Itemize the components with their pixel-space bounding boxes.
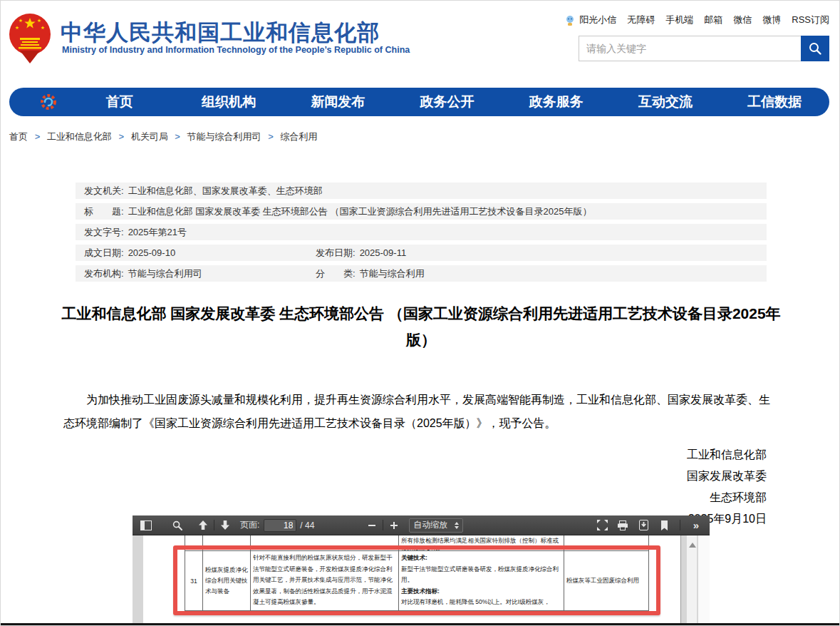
indicator-label: 主要技术指标: (401, 586, 561, 597)
meta-value: 2025-09-10 (128, 245, 176, 261)
printer-icon (617, 520, 628, 530)
bookmark-icon (660, 520, 668, 530)
sidebar-toggle-button[interactable] (138, 518, 154, 533)
zoom-out-button[interactable] (364, 518, 380, 533)
meta-value: 2025年第21号 (128, 224, 187, 240)
link-sunshine-xiaoxin[interactable]: 阳光小信 (579, 14, 616, 26)
bookmark-button[interactable] (656, 518, 672, 533)
page-title: 工业和信息化部 国家发展改革委 生态环境部公告 （国家工业资源综合利用先进适用工… (58, 300, 784, 353)
pdf-search-button[interactable] (170, 518, 185, 533)
link-wechat[interactable]: 微信 (733, 14, 752, 26)
toolbar-divider (214, 520, 214, 530)
download-button[interactable] (636, 518, 651, 533)
link-accessibility[interactable]: 无障碍 (627, 14, 655, 26)
link-mail[interactable]: 邮箱 (704, 14, 722, 26)
meta-label: 分 类: (316, 265, 356, 282)
partial-row-text: 所有排放检测结果均满足相关国家特别排放（控制）标准或技术规范要求。 (401, 537, 561, 551)
pdf-search-icon (172, 520, 182, 530)
page: 中华人民共和国工业和信息化部 Ministry of Industry and … (0, 0, 840, 626)
meta-row-dates: 成文日期: 2025-09-10 发布日期: 2025-09-11 (76, 245, 767, 261)
up-arrow-icon (198, 520, 208, 530)
meta-row-issuing-agency: 发文机关: 工业和信息化部、国家发展改革委、生态环境部 (76, 183, 767, 199)
search-input[interactable] (579, 36, 801, 61)
table-row-31: 31 粉煤灰提质净化综合利用关键技术与装备 针对不能直接利用的粉煤灰原状灰组分，… (185, 551, 649, 611)
cell-row-number: 31 (185, 551, 202, 611)
cell-description: 针对不能直接利用的粉煤灰原状灰组分，研发新型干法节能型立式研磨装备，开发粉煤灰提… (250, 551, 398, 611)
zoom-mode-select[interactable]: 自动缩放 (409, 518, 463, 533)
search-bar (579, 36, 829, 61)
meta-label: 发布日期: (316, 245, 356, 261)
scroll-up-arrow-icon[interactable] (689, 543, 696, 548)
header-quick-links: 阳光小信 无障碍 手机端 邮箱 微信 微博 RSS订阅 (565, 14, 829, 26)
cell-key-technology: 关键技术: 新型干法节能型立式研磨装备研发，粉煤灰提质净化综合利用。 主要技术指… (398, 551, 564, 611)
sidebar-toggle-icon (140, 520, 152, 530)
breadcrumb: 首页 > 工业和信息化部 > 机关司局 > 节能与综合利用司 > 综合利用 (9, 130, 317, 143)
meta-row-title: 标 题: 工业和信息化部 国家发展改革委 生态环境部公告 （国家工业资源综合利用… (76, 203, 767, 220)
mascot-icon (565, 15, 575, 26)
more-tools-button[interactable]: » (688, 518, 704, 533)
signature-line: 工业和信息化部 (428, 444, 767, 466)
breadcrumb-energy-dept[interactable]: 节能与综合利用司 (187, 131, 261, 142)
breadcrumb-separator: > (175, 131, 180, 142)
cell-technology-name: 粉煤灰提质净化综合利用关键技术与装备 (202, 551, 250, 611)
breadcrumb-comprehensive-use[interactable]: 综合利用 (280, 131, 317, 142)
link-mobile[interactable]: 手机端 (665, 14, 693, 26)
print-button[interactable] (615, 518, 631, 533)
pdf-toolbar: 页面: / 44 自动缩放 (133, 515, 710, 535)
breadcrumb-separator: > (118, 131, 124, 142)
meta-label: 发文字号: (84, 224, 124, 240)
breadcrumb-home[interactable]: 首页 (9, 131, 28, 142)
meta-value: 工业和信息化部 国家发展改革委 生态环境部公告 （国家工业资源综合利用先进适用工… (128, 203, 592, 220)
chevron-double-right-icon: » (693, 520, 699, 530)
meta-value: 节能与综合利用 (360, 265, 425, 282)
signature-line: 生态环境部 (428, 487, 767, 508)
nav-item-gov-services[interactable]: 政务服务 (502, 93, 611, 111)
page-total: / 44 (300, 520, 314, 530)
nav-item-gov-affairs[interactable]: 政务公开 (393, 93, 502, 111)
pdf-scrollbar[interactable] (686, 535, 698, 625)
meta-label: 成文日期: (84, 245, 124, 261)
search-button[interactable] (801, 36, 829, 61)
pdf-content-area: 所有排放检测结果均满足相关国家特别排放（控制）标准或技术规范要求。 31 粉煤灰… (133, 535, 710, 625)
presentation-mode-button[interactable] (594, 518, 610, 533)
nav-item-organization[interactable]: 组织机构 (174, 93, 283, 111)
toolbar-divider (680, 520, 680, 530)
document-meta-table: 发文机关: 工业和信息化部、国家发展改革委、生态环境部 标 题: 工业和信息化部… (76, 183, 767, 286)
national-emblem-logo (8, 12, 52, 63)
breadcrumb-departments[interactable]: 机关司局 (131, 131, 168, 142)
embedded-pdf-viewer: 页面: / 44 自动缩放 (133, 515, 710, 625)
meta-value: 节能与综合利用司 (128, 265, 202, 282)
key-tech-label: 关键技术: (401, 553, 561, 564)
previous-page-button[interactable] (195, 518, 211, 533)
next-page-button[interactable] (217, 518, 233, 533)
pdf-catalog-table: 所有排放检测结果均满足相关国家特别排放（控制）标准或技术规范要求。 31 粉煤灰… (185, 535, 649, 611)
breadcrumb-separator: > (268, 131, 274, 142)
page-label: 页面: (240, 519, 259, 531)
table-row-partial: 所有排放检测结果均满足相关国家特别排放（控制）标准或技术规范要求。 (185, 535, 649, 551)
plus-icon (390, 521, 398, 530)
nav-item-home[interactable]: 首页 (65, 93, 174, 111)
bottom-edge-bar (1, 623, 840, 626)
breadcrumb-miit[interactable]: 工业和信息化部 (47, 131, 112, 142)
pdf-page: 所有排放检测结果均满足相关国家特别排放（控制）标准或技术规范要求。 31 粉煤灰… (143, 535, 681, 625)
page-number-input[interactable] (264, 519, 296, 532)
meta-value: 2025-09-11 (360, 245, 407, 261)
nav-item-miit-data[interactable]: 工信数据 (720, 93, 829, 111)
zoom-in-button[interactable] (386, 518, 402, 533)
signature-line: 国家发展改革委 (428, 466, 767, 487)
meta-label: 发布机构: (84, 265, 124, 282)
nav-item-news[interactable]: 新闻发布 (284, 93, 393, 111)
toolbar-divider (383, 520, 383, 530)
pdf-right-margin (698, 535, 710, 625)
ministry-title-en: Ministry of Industry and Information Tec… (62, 45, 410, 55)
down-arrow-icon (220, 520, 230, 530)
announcement-body: 为加快推动工业固废源头减量和规模化利用，提升再生资源综合利用水平，发展高端智能再… (63, 388, 779, 435)
miit-gear-icon (39, 93, 58, 111)
meta-label: 发文机关: (84, 183, 124, 199)
nav-item-interaction[interactable]: 互动交流 (611, 93, 720, 111)
meta-row-doc-number: 发文字号: 2025年第21号 (76, 224, 767, 240)
indicator-text: 对比现有球磨机，能耗降低 50%以上。对比I级粉煤灰， (401, 598, 550, 605)
link-weibo[interactable]: 微博 (762, 14, 781, 26)
ministry-title-cn: 中华人民共和国工业和信息化部 (61, 18, 380, 48)
link-rss[interactable]: RSS订阅 (792, 14, 829, 26)
